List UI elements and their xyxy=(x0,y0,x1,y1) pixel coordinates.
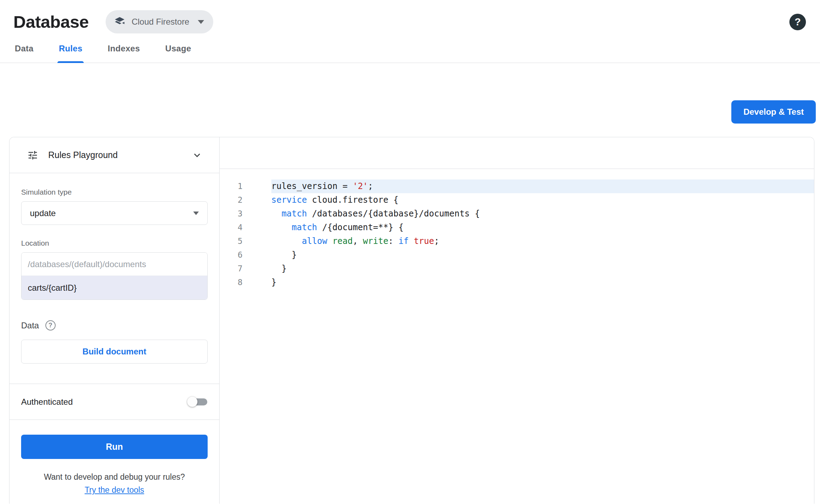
line-number: 6 xyxy=(220,248,242,262)
code-line[interactable]: allow read, write: if true; xyxy=(271,234,814,248)
code-line[interactable]: match /{document=**} { xyxy=(271,221,814,234)
authenticated-label: Authenticated xyxy=(21,397,73,407)
simulation-type-value: update xyxy=(30,208,56,218)
product-selector[interactable]: Cloud Firestore xyxy=(106,10,213,33)
help-button[interactable]: ? xyxy=(789,14,806,30)
editor-toolbar xyxy=(220,137,814,169)
chevron-down-icon xyxy=(198,20,204,24)
actions-row: Develop & Test xyxy=(0,100,820,124)
authenticated-toggle[interactable] xyxy=(188,397,208,407)
playground-form: Simulation type update Location /databas… xyxy=(10,173,219,384)
editor-body: 12345678 rules_version = '2';service clo… xyxy=(220,169,814,504)
build-document-button[interactable]: Build document xyxy=(21,340,208,364)
line-number: 2 xyxy=(220,193,242,207)
authenticated-row: Authenticated xyxy=(10,384,219,420)
line-number: 3 xyxy=(220,207,242,221)
editor-gutter: 12345678 xyxy=(220,179,271,504)
simulation-type-select[interactable]: update xyxy=(21,201,208,225)
code-line[interactable]: service cloud.firestore { xyxy=(271,193,814,207)
data-section-header: Data ? xyxy=(21,320,208,330)
line-number: 4 xyxy=(220,221,242,234)
data-help-icon[interactable]: ? xyxy=(45,320,56,330)
code-line[interactable]: } xyxy=(271,248,814,262)
devtools-question: Want to develop and debug your rules? xyxy=(21,472,208,482)
rules-editor: 12345678 rules_version = '2';service clo… xyxy=(220,137,814,504)
line-number: 1 xyxy=(220,179,242,193)
code-line[interactable]: match /databases/{database}/documents { xyxy=(271,207,814,221)
tab-data[interactable]: Data xyxy=(13,38,35,63)
tune-icon xyxy=(27,150,38,161)
code-line[interactable]: } xyxy=(271,262,814,276)
line-number: 8 xyxy=(220,276,242,289)
devtools-link[interactable]: Try the dev tools xyxy=(21,485,208,495)
location-field: /databases/(default)/documents carts/{ca… xyxy=(21,252,208,300)
tab-usage[interactable]: Usage xyxy=(164,38,193,63)
develop-test-button[interactable]: Develop & Test xyxy=(731,100,816,124)
data-label: Data xyxy=(21,321,39,330)
top-bar: Database Cloud Firestore ? xyxy=(0,0,820,35)
rules-playground-header[interactable]: Rules Playground xyxy=(10,137,219,173)
panel-title: Rules Playground xyxy=(48,150,118,160)
run-section: Run Want to develop and debug your rules… xyxy=(10,420,219,495)
page-title: Database xyxy=(13,12,89,32)
product-selector-label: Cloud Firestore xyxy=(132,17,189,27)
location-prefix: /databases/(default)/documents xyxy=(21,253,207,276)
chevron-down-icon xyxy=(193,212,199,215)
rules-playground-panel: Rules Playground Simulation type update … xyxy=(10,137,220,504)
code-line[interactable]: } xyxy=(271,276,814,289)
editor-code[interactable]: rules_version = '2';service cloud.firest… xyxy=(271,179,814,504)
run-button[interactable]: Run xyxy=(21,435,208,459)
tab-indexes[interactable]: Indexes xyxy=(106,38,141,63)
firestore-icon xyxy=(113,15,126,28)
line-number: 5 xyxy=(220,234,242,248)
collapse-chevron-icon xyxy=(192,150,202,160)
tab-rules[interactable]: Rules xyxy=(57,38,84,63)
line-number: 7 xyxy=(220,262,242,276)
location-input[interactable]: carts/{cartID} xyxy=(21,276,207,300)
location-label: Location xyxy=(21,239,208,247)
code-line[interactable]: rules_version = '2'; xyxy=(271,179,814,193)
rules-card: Rules Playground Simulation type update … xyxy=(9,137,814,504)
tab-bar: Data Rules Indexes Usage xyxy=(0,38,820,63)
simulation-type-label: Simulation type xyxy=(21,188,208,196)
